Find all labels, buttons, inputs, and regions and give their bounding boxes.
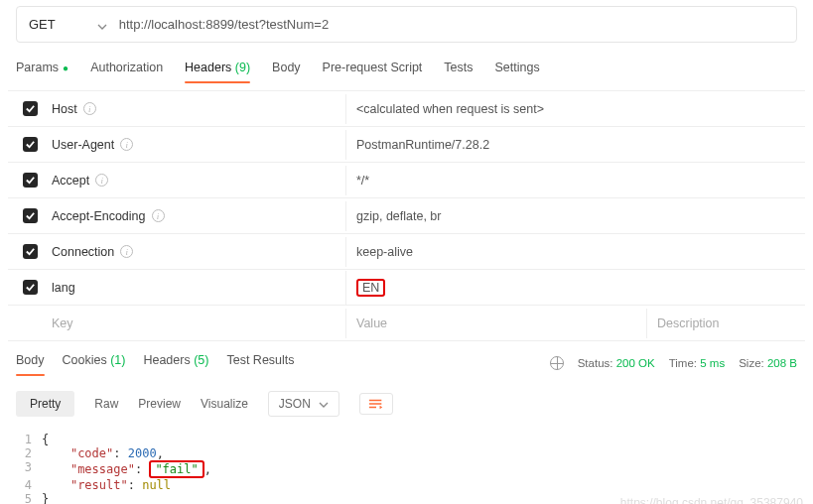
- chevron-down-icon: [97, 20, 107, 30]
- tab-settings[interactable]: Settings: [495, 57, 540, 82]
- table-row[interactable]: Accept-Encodingi gzip, deflate, br: [8, 198, 805, 234]
- http-method-select[interactable]: GET: [29, 17, 107, 32]
- header-value: PostmanRuntime/7.28.2: [345, 130, 805, 160]
- http-method-label: GET: [29, 17, 56, 32]
- resp-tab-body[interactable]: Body: [16, 351, 45, 375]
- tab-tests[interactable]: Tests: [444, 57, 473, 82]
- table-row[interactable]: User-Agenti PostmanRuntime/7.28.2: [8, 127, 805, 163]
- response-type-select[interactable]: JSON: [268, 391, 339, 417]
- info-icon[interactable]: i: [83, 102, 96, 115]
- checkbox[interactable]: [23, 280, 38, 295]
- tab-params[interactable]: Params●: [16, 57, 68, 82]
- table-row-new[interactable]: Key Value Description: [8, 306, 805, 341]
- view-preview-button[interactable]: Preview: [138, 397, 181, 411]
- response-view-row: Pretty Raw Preview Visualize JSON: [8, 385, 805, 427]
- checkbox[interactable]: [23, 173, 38, 188]
- checkbox[interactable]: [23, 101, 38, 116]
- header-value: keep-alive: [345, 237, 805, 267]
- header-value: */*: [345, 166, 805, 195]
- request-tabs: Params● Authorization Headers (9) Body P…: [8, 57, 805, 90]
- table-row[interactable]: Hosti <calculated when request is sent>: [8, 91, 805, 127]
- highlighted-value: EN: [356, 279, 385, 297]
- resp-tab-headers[interactable]: Headers (5): [143, 351, 208, 375]
- tab-prerequest[interactable]: Pre-request Script: [323, 57, 423, 82]
- header-key: Connection: [52, 245, 114, 259]
- value-placeholder[interactable]: Value: [345, 309, 646, 338]
- header-key: User-Agent: [52, 138, 114, 152]
- info-icon[interactable]: i: [152, 209, 165, 222]
- header-value[interactable]: EN: [345, 271, 805, 305]
- info-icon[interactable]: i: [95, 174, 108, 187]
- response-tabs-row: Body Cookies (1) Headers (5) Test Result…: [8, 341, 805, 385]
- dot-icon: ●: [63, 63, 68, 73]
- response-body[interactable]: 1{ 2 "code": 2000, 3 "message": "fail", …: [8, 427, 805, 504]
- table-row[interactable]: Connectioni keep-alive: [8, 234, 805, 270]
- checkbox[interactable]: [23, 244, 38, 259]
- view-visualize-button[interactable]: Visualize: [201, 397, 248, 411]
- view-raw-button[interactable]: Raw: [94, 397, 118, 411]
- resp-tab-cookies[interactable]: Cookies (1): [63, 351, 126, 375]
- wrap-lines-button[interactable]: [359, 393, 393, 415]
- info-icon[interactable]: i: [120, 245, 133, 258]
- desc-placeholder[interactable]: Description: [646, 309, 805, 338]
- tab-headers[interactable]: Headers (9): [185, 57, 250, 82]
- globe-icon[interactable]: [550, 356, 564, 370]
- header-key[interactable]: lang: [52, 281, 75, 295]
- header-key: Accept: [52, 174, 89, 188]
- checkbox[interactable]: [23, 208, 38, 223]
- watermark: https://blog.csdn.net/qq_35387940: [620, 496, 803, 504]
- headers-table: Hosti <calculated when request is sent> …: [8, 90, 805, 341]
- tab-authorization[interactable]: Authorization: [90, 57, 163, 82]
- header-value: gzip, deflate, br: [345, 201, 805, 231]
- table-row[interactable]: lang EN: [8, 270, 805, 306]
- response-status: Status: 200 OK Time: 5 ms Size: 208 B: [550, 356, 797, 370]
- chevron-down-icon: [319, 399, 329, 409]
- key-placeholder[interactable]: Key: [52, 309, 345, 338]
- header-value: <calculated when request is sent>: [345, 94, 805, 124]
- header-key: Host: [52, 102, 77, 116]
- info-icon[interactable]: i: [120, 138, 133, 151]
- checkbox[interactable]: [23, 137, 38, 152]
- highlighted-value: "fail": [149, 460, 203, 478]
- view-pretty-button[interactable]: Pretty: [16, 391, 74, 417]
- tab-body[interactable]: Body: [272, 57, 301, 82]
- request-url-bar: GET http://localhost:8899/test?testNum=2: [16, 6, 797, 43]
- url-input[interactable]: http://localhost:8899/test?testNum=2: [119, 17, 329, 32]
- table-row[interactable]: Accepti */*: [8, 163, 805, 198]
- header-key: Accept-Encoding: [52, 209, 146, 223]
- resp-tab-tests[interactable]: Test Results: [226, 351, 294, 375]
